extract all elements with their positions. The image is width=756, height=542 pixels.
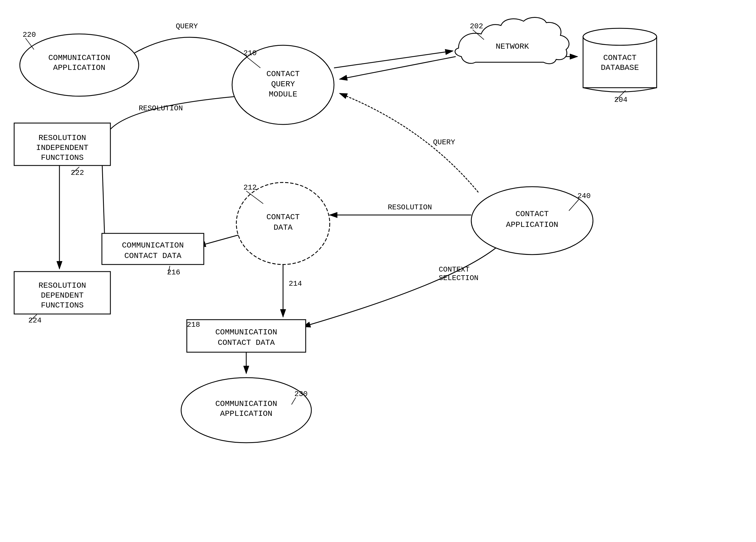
comm-app-220-label2: APPLICATION <box>53 63 106 72</box>
contact-db-204-shape: CONTACT DATABASE <box>583 28 657 92</box>
diagram-container: QUERY RESOLUTION QUERY RESOLUTION 214 CO… <box>0 0 756 542</box>
res-dep-224-label1: RESOLUTION <box>38 281 86 290</box>
ref-218: 218 <box>187 320 200 329</box>
contact-db-204-label2: DATABASE <box>601 63 639 72</box>
comm-contact-216-label2: CONTACT DATA <box>124 252 181 260</box>
contact-app-240-label2: APPLICATION <box>506 220 558 229</box>
network-202-label: NETWORK <box>496 42 529 51</box>
comm-contact-216-label1: COMMUNICATION <box>122 241 184 250</box>
resolution-label-1: RESOLUTION <box>139 104 183 113</box>
contact-query-210-label1: CONTACT <box>266 70 300 78</box>
comm-contact-218-label1: COMMUNICATION <box>215 328 277 337</box>
comm-app-230-label2: APPLICATION <box>220 409 273 418</box>
ref-240: 240 <box>577 192 591 200</box>
context-selection-label: CONTEXT <box>439 266 470 274</box>
comm-app-220-label1: COMMUNICATION <box>48 53 110 62</box>
svg-point-4 <box>583 28 657 45</box>
res-indep-222-label3: FUNCTIONS <box>41 153 83 162</box>
context-selection-label-2: SELECTION <box>439 274 478 282</box>
query-label-2: QUERY <box>433 138 455 147</box>
res-indep-222-label1: RESOLUTION <box>38 134 86 142</box>
comm-contact-218-label2: CONTACT DATA <box>218 338 275 347</box>
res-dep-224-label3: FUNCTIONS <box>41 301 83 310</box>
contact-query-210-label2: QUERY <box>271 80 295 89</box>
contact-data-212-label2: DATA <box>273 223 292 232</box>
resolution-label-2: RESOLUTION <box>388 203 432 212</box>
ref-202: 202 <box>470 22 483 31</box>
comm-app-230-label1: COMMUNICATION <box>215 399 277 408</box>
ref-230: 230 <box>294 390 308 398</box>
contact-app-240-label1: CONTACT <box>515 210 549 219</box>
contact-data-212-label1: CONTACT <box>266 213 300 222</box>
contact-query-210-label3: MODULE <box>269 90 297 99</box>
ref-220: 220 <box>23 31 36 39</box>
query-label-1: QUERY <box>176 22 198 31</box>
res-dep-224-label2: DEPENDENT <box>41 291 83 300</box>
ref-210: 210 <box>243 49 257 57</box>
ref-212: 212 <box>243 183 257 192</box>
res-indep-222-label2: INDEPENDENT <box>36 144 89 152</box>
contact-db-204-label1: CONTACT <box>603 53 637 62</box>
ref-214: 214 <box>289 279 302 288</box>
